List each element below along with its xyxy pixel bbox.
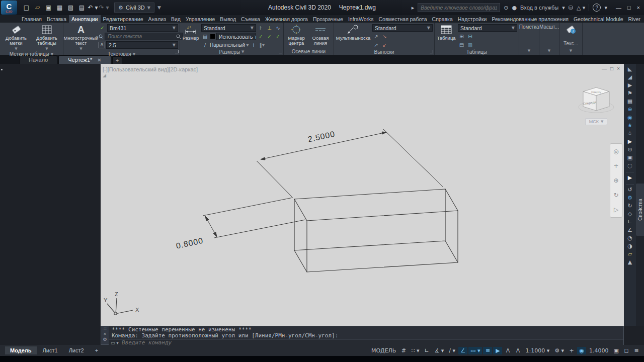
collapse-search-icon[interactable]: ▸	[412, 5, 415, 11]
tab-sovmestnaya-rabota[interactable]: Совместная работа	[376, 15, 430, 23]
chevron-down-icon[interactable]: ▼	[246, 43, 249, 47]
remove-leader-icon[interactable]: ↘	[381, 33, 388, 40]
layout-tab-list1[interactable]: Лист1	[38, 346, 63, 354]
tab-annotacii[interactable]: Аннотации	[69, 15, 101, 23]
annotation-visibility-toggle[interactable]: Λ	[503, 347, 512, 354]
text-style-combo[interactable]: Bm431▼	[107, 24, 178, 32]
viewport-minimize-button[interactable]: —	[602, 66, 607, 71]
pointer-flag-icon[interactable]: ▶	[628, 81, 632, 89]
command-input[interactable]	[121, 339, 621, 346]
parcel-grid-icon[interactable]: ▦	[627, 98, 632, 106]
ortho-mode-toggle[interactable]: ∟	[422, 347, 431, 354]
text-search-input[interactable]	[107, 33, 176, 40]
elevation-readout[interactable]: 1.4000	[587, 347, 611, 354]
minimize-button[interactable]: —	[616, 5, 621, 11]
select-cursor-icon[interactable]: ▶	[628, 174, 632, 182]
application-menu-button[interactable]: C C3D	[1, 1, 17, 15]
centerline-button[interactable]: Осевая линия	[309, 23, 332, 48]
angle-tool-icon[interactable]: ∠	[627, 226, 632, 234]
export-button[interactable]: ▧	[65, 4, 76, 11]
tab-analiz[interactable]: Анализ	[146, 15, 169, 23]
save-button[interactable]: ▣	[43, 4, 54, 11]
layout-tab-list2[interactable]: Лист2	[64, 346, 89, 354]
panel-text-tools-collapsed[interactable]: i Текс... ▼	[559, 23, 583, 55]
dim-check1-icon[interactable]: ✓	[257, 33, 265, 40]
new-file-button[interactable]: □	[21, 4, 32, 11]
chevron-down-icon[interactable]: ▾	[562, 5, 565, 11]
save-as-button[interactable]: ▦	[54, 4, 65, 11]
model-space-label[interactable]: МОДЕЛЬ	[369, 347, 398, 354]
ucs-selector[interactable]: МСК▼	[585, 118, 608, 125]
cursor-sparkle-icon[interactable]: ▶	[628, 138, 632, 146]
annotation-autoscale-toggle[interactable]: Λ	[513, 347, 522, 354]
table-update-icon[interactable]: ▥	[466, 42, 474, 49]
drawing-viewport[interactable]: [-][Пользовательский вид][2D-каркас] ◢ —…	[101, 64, 624, 326]
spell-check-icon[interactable]: ✓	[99, 25, 106, 32]
panel-scaling-collapsed[interactable]: Масшт... ▼	[539, 23, 559, 55]
chevron-down-icon[interactable]: ▼	[570, 49, 572, 55]
map-grid-icon[interactable]: ⊕	[627, 106, 632, 114]
add-labels-button[interactable]: Добавить метки ▼	[2, 23, 31, 51]
customization-button[interactable]: ≡	[632, 347, 641, 354]
model-canvas[interactable]: 2.5000 0.8000 X Z	[101, 64, 624, 326]
layout-tab-model[interactable]: Модель	[5, 346, 37, 354]
isolate-objects-button[interactable]: ▣	[612, 347, 621, 354]
panel-launcher-icon[interactable]	[279, 50, 282, 53]
sign-in-button[interactable]: Вход в службы	[520, 5, 558, 11]
mleader-style-combo[interactable]: Standard▼	[372, 24, 433, 32]
viewport-controls-label[interactable]: [-][Пользовательский вид][2D-каркас]	[103, 66, 198, 72]
annotation-monitor-toggle[interactable]: +	[567, 347, 576, 354]
undo-button[interactable]: ↶ ▾	[88, 4, 98, 11]
dim-check3-icon[interactable]: ✓	[274, 33, 282, 40]
continue-dim-icon[interactable]: ∥ ▼	[259, 42, 266, 49]
layout-add-button[interactable]: +	[90, 346, 103, 354]
open-file-button[interactable]: ▱	[32, 4, 43, 11]
tab-vid[interactable]: Вид	[169, 15, 183, 23]
corner-tool-icon[interactable]: ∟	[627, 218, 632, 226]
chevron-down-icon[interactable]: ▼	[528, 49, 530, 55]
panel-title[interactable]: Текстовая▼	[65, 51, 178, 57]
annotation-scale-button[interactable]: 1:1000 ▾	[523, 347, 551, 354]
dim-break-icon[interactable]: ⊦	[257, 25, 265, 32]
sparkle-blue-icon[interactable]: ★	[627, 122, 632, 130]
viewport-restore-button[interactable]: □	[610, 66, 613, 71]
text-search-box[interactable]	[105, 33, 183, 40]
table-extract-icon[interactable]: ▤	[458, 42, 465, 49]
add-leader-icon[interactable]: ↗	[372, 33, 380, 40]
tab-river[interactable]: River	[626, 15, 643, 23]
panel-launcher-icon[interactable]	[430, 50, 433, 53]
tab-redaktirovanie[interactable]: Редактирование	[101, 15, 146, 23]
restore-button[interactable]: □	[627, 5, 631, 11]
new-drawing-tab-button[interactable]: +	[112, 56, 122, 64]
snap-mode-toggle[interactable]: ∷ ▾	[409, 347, 421, 354]
surface-tool-icon[interactable]: ◣	[628, 65, 632, 73]
object-snap-tracking-toggle[interactable]: ∠	[458, 347, 467, 354]
orbit-icon[interactable]: ↻	[613, 192, 618, 199]
panel-launcher-icon[interactable]	[175, 50, 179, 53]
view-undo-icon[interactable]: ↺	[627, 186, 632, 194]
help-search-input[interactable]	[418, 3, 500, 12]
chevron-down-icon[interactable]: ▾	[604, 5, 607, 11]
search-icon[interactable]: ⊙	[504, 5, 508, 11]
globe-icon[interactable]: ◉	[627, 114, 632, 122]
tab-geotechnical[interactable]: Geotechnical Module	[571, 15, 626, 23]
viewport-close-button[interactable]: ×	[617, 66, 620, 71]
tab-zheleznaya-doroga[interactable]: Железная дорога	[263, 15, 310, 23]
lasso-icon[interactable]: ◌	[627, 162, 632, 170]
table-style-combo[interactable]: Standard▼	[458, 24, 517, 32]
marker-tool-icon[interactable]: ▲	[628, 258, 632, 266]
pie-tool-icon[interactable]: ◑	[627, 242, 632, 250]
table-button[interactable]: Таблица	[436, 23, 456, 49]
workspace-switching-button[interactable]: ⚙ ▾	[552, 347, 566, 354]
lineweight-toggle[interactable]: ≡	[483, 347, 492, 354]
dimension-button[interactable]: Размер	[182, 23, 200, 49]
view-cube[interactable]: Сверху Спереди МСК▼	[576, 81, 617, 125]
mtext-button[interactable]: А Многострочный текст ▼	[65, 23, 97, 51]
tab-vyvod[interactable]: Вывод	[217, 15, 238, 23]
slope-tool-icon[interactable]: ▱	[628, 250, 632, 258]
selection-cycling-toggle[interactable]: ▶	[493, 347, 502, 354]
align-leaders-icon[interactable]: ↗	[372, 42, 380, 49]
close-icon[interactable]: ×	[104, 331, 106, 336]
zoom-icon[interactable]: ⊕	[613, 177, 618, 184]
properties-palette-tab[interactable]: Свойства	[636, 184, 644, 236]
